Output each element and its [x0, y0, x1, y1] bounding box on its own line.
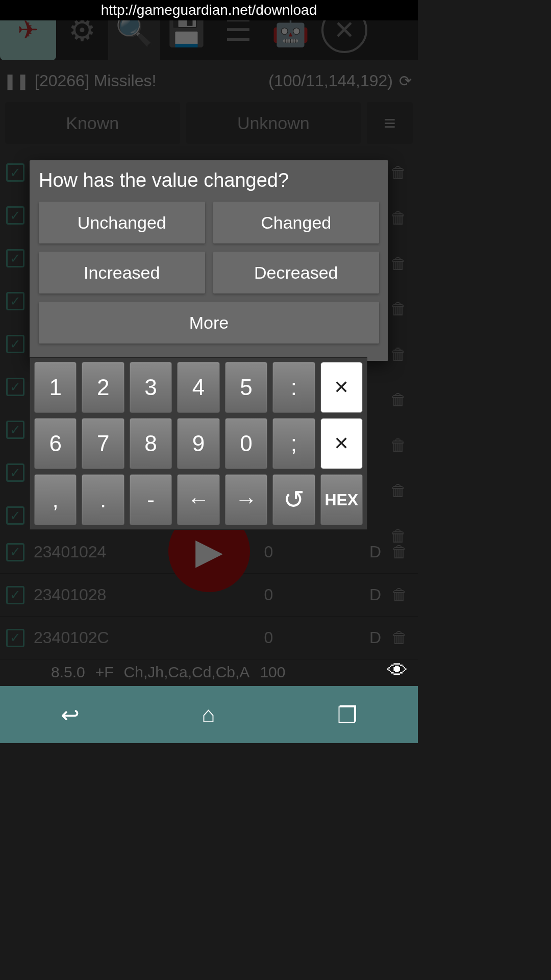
unknown-button[interactable]: Unknown — [186, 102, 361, 144]
key-6[interactable]: 6 — [34, 418, 77, 469]
delete-icon[interactable]: 🗑 — [390, 345, 411, 364]
status-bar: 8.5.0 +F Ch,Jh,Ca,Cd,Cb,A 100 — [0, 658, 418, 686]
key-hex[interactable]: HEX — [320, 474, 363, 525]
key-dot[interactable]: . — [82, 474, 124, 525]
delete-icon[interactable]: 🗑 — [390, 390, 411, 409]
back-icon[interactable]: ↩ — [61, 702, 80, 728]
key-4[interactable]: 4 — [177, 362, 219, 413]
row-checkbox[interactable]: ✓ — [6, 335, 24, 353]
dialog-title: How has the value changed? — [39, 169, 379, 191]
row-checkbox[interactable]: ✓ — [6, 292, 24, 310]
delete-icon[interactable]: 🗑 — [391, 585, 412, 604]
delete-icon[interactable]: 🗑 — [390, 527, 411, 546]
more-button[interactable]: More — [39, 302, 379, 344]
delete-icon[interactable]: 🗑 — [391, 628, 412, 647]
count-label: 100 — [260, 664, 285, 681]
address: 23401024 — [34, 543, 187, 561]
key-9[interactable]: 9 — [177, 418, 219, 469]
key-0[interactable]: 0 — [225, 418, 267, 469]
key-comma[interactable]: , — [34, 474, 77, 525]
delete-icon[interactable]: 🗑 — [390, 254, 411, 273]
row-checkbox[interactable]: ✓ — [6, 586, 24, 604]
menu-button[interactable]: ≡ — [367, 102, 413, 144]
numeric-keypad: 1 2 3 4 5 : ✕ 6 7 8 9 0 ; ✕ , . - ← → ↺ … — [30, 357, 367, 530]
key-colon[interactable]: : — [272, 362, 315, 413]
key-backspace[interactable]: ✕ — [320, 362, 363, 413]
regions-label: Ch,Jh,Ca,Cd,Cb,A — [124, 664, 250, 681]
delete-icon[interactable]: 🗑 — [390, 163, 411, 182]
key-dash[interactable]: - — [130, 474, 172, 525]
row-checkbox[interactable]: ✓ — [6, 206, 24, 225]
key-5[interactable]: 5 — [225, 362, 267, 413]
key-semicolon[interactable]: ; — [272, 418, 315, 469]
home-icon[interactable]: ⌂ — [202, 702, 215, 727]
row-checkbox[interactable]: ✓ — [6, 506, 24, 525]
address: 23401028 — [34, 585, 187, 604]
row-checkbox[interactable]: ✓ — [6, 629, 24, 647]
known-button[interactable]: Known — [5, 102, 180, 144]
flags-label: +F — [95, 664, 114, 681]
process-label: [20266] Missiles! — [35, 71, 156, 90]
row-checkbox[interactable]: ✓ — [6, 421, 24, 439]
increased-button[interactable]: Increased — [39, 252, 205, 293]
changed-button[interactable]: Changed — [213, 202, 380, 243]
refresh-icon[interactable]: ⟳ — [399, 72, 412, 90]
row-checkbox[interactable]: ✓ — [6, 249, 24, 267]
key-7[interactable]: 7 — [82, 418, 124, 469]
info-row: ❚❚ [20266] Missiles! (100/11,144,192) ⟳ — [0, 65, 418, 96]
key-delete-fwd[interactable]: ✕ — [320, 418, 363, 469]
pause-icon[interactable]: ❚❚ — [6, 70, 27, 91]
datatype: D — [350, 543, 381, 561]
datatype: D — [350, 628, 381, 647]
key-8[interactable]: 8 — [130, 418, 172, 469]
value-change-dialog: How has the value changed? Unchanged Cha… — [30, 160, 388, 361]
version-label: 8.5.0 — [51, 664, 85, 681]
unchanged-button[interactable]: Unchanged — [39, 202, 205, 243]
key-2[interactable]: 2 — [82, 362, 124, 413]
row-checkbox[interactable]: ✓ — [6, 378, 24, 396]
android-nav-bar: ↩ ⌂ ❐ — [0, 686, 418, 743]
key-left[interactable]: ← — [177, 474, 219, 525]
delete-icon[interactable]: 🗑 — [390, 209, 411, 228]
row-checkbox[interactable]: ✓ — [6, 463, 24, 482]
visibility-icon[interactable]: 👁 — [387, 659, 408, 682]
key-3[interactable]: 3 — [130, 362, 172, 413]
value: 0 — [187, 628, 350, 647]
key-1[interactable]: 1 — [34, 362, 77, 413]
filter-row: Known Unknown ≡ — [0, 102, 418, 144]
delete-icon[interactable]: 🗑 — [390, 300, 411, 318]
datatype: D — [350, 585, 381, 604]
delete-icon[interactable]: 🗑 — [390, 436, 411, 455]
decreased-button[interactable]: Decreased — [213, 252, 380, 293]
key-right[interactable]: → — [225, 474, 267, 525]
row-checkbox[interactable]: ✓ — [6, 163, 24, 182]
key-history[interactable]: ↺ — [272, 474, 315, 525]
result-count: (100/11,144,192) — [268, 71, 393, 90]
url-bar: http://gameguardian.net/download — [0, 0, 418, 20]
list-row[interactable]: ✓ 2340102C 0 D 🗑 — [0, 617, 418, 659]
address: 2340102C — [34, 628, 187, 647]
delete-icon[interactable]: 🗑 — [390, 481, 411, 500]
recents-icon[interactable]: ❐ — [337, 702, 357, 728]
